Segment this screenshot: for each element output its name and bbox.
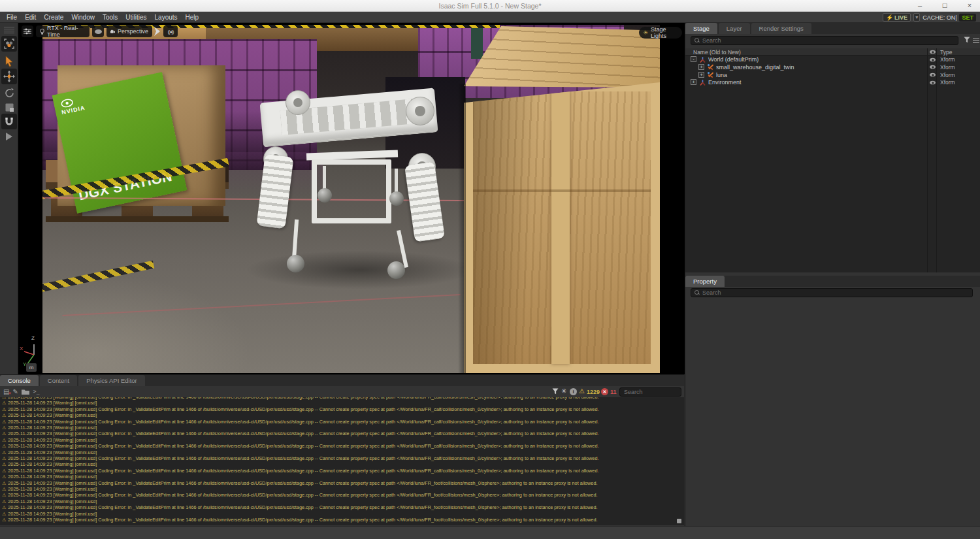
options-icon[interactable] <box>973 37 979 44</box>
close-icon[interactable]: × <box>964 0 975 12</box>
status-bar <box>0 526 980 539</box>
live-cluster: ⚡ LIVE ▾ CACHE: ON| SET <box>883 13 976 22</box>
name-column-header[interactable]: Name (Old to New) <box>693 49 741 56</box>
emitter-icon[interactable]: ((●)) <box>163 25 178 37</box>
search-icon <box>694 38 700 43</box>
live-button[interactable]: ⚡ LIVE <box>883 13 911 22</box>
sun-icon: ☀ <box>643 29 648 36</box>
warning-icon: ⚠ <box>2 419 6 424</box>
warning-icon: ⚠ <box>2 407 6 412</box>
console-scrollbar[interactable] <box>677 519 681 523</box>
clear-console-icon[interactable]: ▤✕ <box>3 388 9 395</box>
warning-count: 1229 <box>587 389 600 395</box>
expand-icon[interactable]: + <box>698 64 704 70</box>
viewport-canvas[interactable]: NVIDIA DGX STATION <box>42 25 660 373</box>
stage-search[interactable] <box>691 36 958 45</box>
open-folder-icon[interactable] <box>22 389 29 395</box>
toolbar-grip[interactable] <box>4 25 14 35</box>
warning-icon: ⚠ <box>2 493 6 497</box>
viewport-settings-icon[interactable] <box>22 25 33 37</box>
error-count: 11 <box>610 389 617 395</box>
warning-filter-icon[interactable]: ⚠ <box>579 387 585 395</box>
visibility-toggle-icon[interactable] <box>930 57 936 61</box>
snap-tool-icon[interactable] <box>1 114 17 129</box>
menu-help[interactable]: Help <box>182 12 203 23</box>
menu-utilities[interactable]: Utilities <box>122 12 150 23</box>
toolbar-expand-chevron-icon[interactable] <box>154 27 161 36</box>
warning-icon: ⚠ <box>2 438 6 442</box>
menu-create[interactable]: Create <box>40 12 67 23</box>
prim-type: Xform <box>940 79 955 86</box>
select-tool-icon[interactable] <box>1 36 17 52</box>
warning-icon: ⚠ <box>2 425 6 430</box>
log-text: 2025-11-28 14:09:23 [Warning] [omni.usd] <box>8 511 97 517</box>
xform-axis-icon <box>699 79 706 86</box>
log-text: 2025-11-28 14:09:23 [Warning] [omni.usd]… <box>8 397 598 400</box>
log-line: ⚠2025-11-28 14:09:23 [Warning] [omni.usd… <box>2 400 684 406</box>
visibility-toggle-icon[interactable] <box>930 73 936 77</box>
camera-selector[interactable]: Perspective <box>106 25 152 37</box>
cursor-tool-icon[interactable] <box>1 54 17 69</box>
set-button[interactable]: SET <box>959 14 976 22</box>
menu-tools[interactable]: Tools <box>99 12 122 23</box>
frost-filter-icon[interactable]: ✳ <box>561 387 566 395</box>
tab-content[interactable]: Content <box>40 375 77 386</box>
minimize-icon[interactable]: – <box>915 0 925 12</box>
property-search-input[interactable] <box>702 289 972 296</box>
log-line: ⚠2025-11-28 14:09:23 [Warning] [omni.usd… <box>2 511 684 517</box>
expand-icon[interactable]: + <box>691 79 696 85</box>
visibility-toggle-icon[interactable] <box>930 80 936 84</box>
tab-layer[interactable]: Layer <box>719 23 750 34</box>
warning-icon: ⚠ <box>2 517 6 522</box>
error-filter-icon[interactable]: ✕ <box>601 388 608 395</box>
edit-log-icon[interactable]: ✎ <box>12 388 18 395</box>
console-log-area[interactable]: ⚠2025-11-28 14:09:23 [Warning] [omni.usd… <box>0 397 684 525</box>
play-button[interactable] <box>1 129 17 144</box>
terminal-prompt-icon[interactable]: >_ <box>33 389 40 395</box>
tab-stage[interactable]: Stage <box>685 23 717 34</box>
console-filter-icon[interactable] <box>552 388 559 395</box>
stage-search-input[interactable] <box>702 37 958 44</box>
renderer-selector[interactable]: RTX - Real-Time <box>36 25 90 37</box>
prim-label: small_warehouse_digital_twin <box>716 64 794 71</box>
prim-label: Environment <box>708 79 742 86</box>
menu-file[interactable]: File <box>3 12 21 23</box>
scale-tool-icon[interactable] <box>1 99 17 115</box>
info-filter-icon[interactable]: i <box>570 388 577 395</box>
warning-icon: ⚠ <box>2 499 6 504</box>
lightbulb-icon <box>40 28 44 35</box>
visibility-toggle-icon[interactable] <box>930 65 936 69</box>
tab-console[interactable]: Console <box>0 375 39 386</box>
filter-icon[interactable] <box>964 37 971 44</box>
menu-bar: FileEditCreateWindowToolsUtilitiesLayout… <box>0 12 980 23</box>
restore-icon[interactable]: □ <box>939 0 950 12</box>
menu-edit[interactable]: Edit <box>21 12 40 23</box>
type-column-header[interactable]: Type <box>940 49 952 56</box>
console-search-input[interactable] <box>620 389 681 395</box>
visibility-icon[interactable] <box>92 25 104 37</box>
menu-window[interactable]: Window <box>67 12 99 23</box>
log-text: 2025-11-28 14:09:23 [Warning] [omni.usd] <box>8 437 97 443</box>
expand-icon[interactable]: + <box>698 72 704 78</box>
rotate-tool-icon[interactable] <box>1 85 17 101</box>
menu-layouts[interactable]: Layouts <box>151 12 182 23</box>
log-text: 2025-11-28 14:09:23 [Warning] [omni.usd]… <box>8 419 598 425</box>
crate-left-shadow <box>458 84 466 373</box>
collapse-icon[interactable]: - <box>691 56 696 62</box>
live-dropdown[interactable]: ▾ <box>913 13 920 22</box>
log-text: 2025-11-28 14:09:23 [Warning] [omni.usd] <box>8 461 97 467</box>
log-text: 2025-11-28 14:09:23 [Warning] [omni.usd]… <box>8 455 598 461</box>
console-search[interactable] <box>619 387 681 397</box>
title-bar: Isaac Sim Full 5.1.0 - New Stage* – □ × <box>0 0 980 12</box>
property-search[interactable] <box>691 288 973 297</box>
wooden-crate-front <box>464 82 660 373</box>
stage-lights-button[interactable]: ☀ Stage Lights <box>639 27 682 39</box>
log-line: ⚠2025-11-28 14:09:23 [Warning] [omni.usd… <box>2 412 684 418</box>
tab-physics-api-editor[interactable]: Physics API Editor <box>78 375 145 386</box>
chevron-down-icon: ▾ <box>915 14 918 20</box>
axis-z-label: Z <box>31 335 35 341</box>
camera-icon <box>110 29 115 35</box>
move-tool-icon[interactable] <box>1 69 17 84</box>
tab-property[interactable]: Property <box>685 276 725 287</box>
tab-render-settings[interactable]: Render Settings <box>751 23 811 34</box>
